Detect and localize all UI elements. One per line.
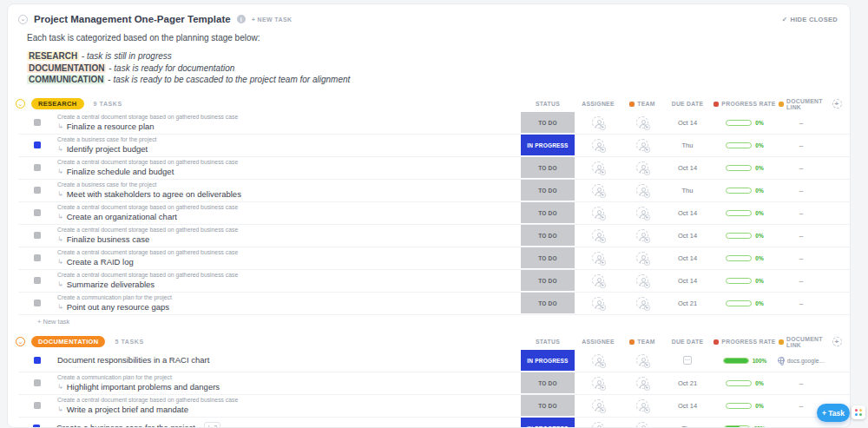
assignee-avatar-icon[interactable]: + [592,184,604,196]
due-date-cell[interactable]: Oct 14 [664,202,711,224]
column-header-assignee[interactable]: ASSIGNEE [575,101,621,107]
task-name[interactable]: Identify project budget [67,144,148,155]
task-name[interactable]: Write a project brief and mandate [67,405,188,415]
column-header-document-link[interactable]: DOCUMENT LINK [779,98,824,110]
team-avatar-icon[interactable]: + [636,297,648,309]
document-link-cell[interactable]: – [779,293,824,314]
due-date-cell[interactable]: Oct 14 [664,270,711,292]
assignee-avatar-icon[interactable]: + [592,399,604,412]
task-checkbox[interactable] [34,232,41,239]
team-avatar-icon[interactable]: + [636,116,648,128]
task-checkbox[interactable] [34,187,41,194]
team-avatar-icon[interactable]: + [636,229,648,241]
due-date-cell[interactable]: Oct 21 [664,293,711,314]
add-column-icon[interactable]: + [832,99,842,109]
due-date-cell[interactable]: Oct 14 [664,247,711,269]
status-badge[interactable]: TO DO [521,372,575,393]
task-checkbox[interactable] [34,300,41,306]
app-grid-icon[interactable] [852,405,865,419]
assignee-avatar-icon[interactable]: + [592,274,604,286]
status-badge[interactable]: TO DO [521,112,575,133]
due-date-cell[interactable]: Oct 14 [664,112,711,134]
assignee-avatar-icon[interactable]: + [592,116,604,128]
progress-rate-cell[interactable]: 0% [711,225,779,247]
subtask-count-badge[interactable]: ↳3 [204,422,220,428]
document-link-cell[interactable]: – [779,247,824,269]
status-badge[interactable]: IN PROGRESS [521,418,575,428]
add-task-fab-button[interactable]: + Task [817,404,850,422]
expand-icon[interactable]: › [26,425,33,428]
team-avatar-icon[interactable]: + [636,422,648,428]
due-date-cell[interactable] [664,350,711,372]
task-checkbox[interactable] [34,277,41,284]
status-badge[interactable]: TO DO [521,180,575,201]
progress-rate-cell[interactable]: 0% [711,247,779,269]
column-header-assignee[interactable]: ASSIGNEE [575,339,621,345]
column-header-team[interactable]: TEAM [621,339,664,345]
task-checkbox[interactable] [34,402,41,409]
task-name[interactable]: Create a RAID log [67,257,134,267]
group-status-badge[interactable]: DOCUMENTATION [31,336,105,347]
task-checkbox[interactable] [34,209,41,216]
group-collapse-icon[interactable]: ⌄ [16,99,25,109]
task-name[interactable]: Summarize deliverables [67,280,155,290]
add-column-icon[interactable]: + [832,337,842,346]
team-avatar-icon[interactable]: + [636,377,648,389]
team-avatar-icon[interactable]: + [636,354,648,366]
task-name[interactable]: Highlight important problems and dangers [67,382,220,392]
task-checkbox[interactable] [33,425,40,428]
task-name[interactable]: Finalize business case [67,234,150,245]
progress-rate-cell[interactable]: 0% [711,270,779,292]
status-badge[interactable]: TO DO [521,270,575,291]
task-checkbox[interactable] [34,164,41,171]
status-badge[interactable]: IN PROGRESS [521,135,575,155]
team-avatar-icon[interactable]: + [636,252,648,264]
column-header-status[interactable]: STATUS [520,339,575,345]
collapse-list-icon[interactable]: ⌄ [18,15,28,24]
due-date-cell[interactable]: Thu [664,418,711,428]
column-header-status[interactable]: STATUS [520,101,575,107]
task-name[interactable]: Document responsibilities in a RACI char… [57,355,209,365]
team-avatar-icon[interactable]: + [636,274,648,286]
progress-rate-cell[interactable]: 0% [711,395,779,417]
task-checkbox[interactable] [34,119,41,126]
column-header-progress-rate[interactable]: PROGRESS RATE [711,339,779,345]
document-link-cell[interactable]: docs.google… [779,350,824,372]
status-badge[interactable]: TO DO [521,225,575,246]
status-badge[interactable]: TO DO [521,293,575,313]
new-task-top-button[interactable]: + NEW TASK [252,16,293,23]
due-date-cell[interactable]: Thu [664,180,711,201]
task-name[interactable]: Create a business case for the project [56,423,195,428]
progress-rate-cell[interactable]: 0% [711,202,779,224]
assignee-avatar-icon[interactable]: + [592,207,604,219]
assignee-avatar-icon[interactable]: + [592,422,604,428]
status-badge[interactable]: TO DO [521,247,575,268]
task-name[interactable]: Finalize schedule and budget [67,167,174,177]
document-link-cell[interactable]: – [779,372,824,394]
progress-rate-cell[interactable]: 0% [711,135,779,156]
progress-rate-cell[interactable]: 0% [711,372,779,394]
progress-rate-cell[interactable]: 0% [711,293,779,314]
task-name[interactable]: Point out any resource gaps [67,302,169,313]
team-avatar-icon[interactable]: + [636,139,648,151]
info-icon[interactable]: i [237,15,246,23]
team-avatar-icon[interactable]: + [636,184,648,196]
assignee-avatar-icon[interactable]: + [592,161,604,174]
task-checkbox[interactable] [34,357,41,364]
progress-rate-cell[interactable]: 63% [711,418,779,428]
column-header-due-date[interactable]: DUE DATE [664,339,711,345]
assignee-avatar-icon[interactable]: + [592,297,604,309]
status-badge[interactable]: TO DO [521,157,575,178]
column-header-due-date[interactable]: DUE DATE [664,101,711,107]
team-avatar-icon[interactable]: + [636,161,648,174]
task-name[interactable]: Finalize a resource plan [67,122,155,132]
due-date-cell[interactable]: Oct 14 [664,225,711,247]
status-badge[interactable]: IN PROGRESS [521,350,575,371]
document-link-cell[interactable]: – [779,157,824,179]
assignee-avatar-icon[interactable]: + [592,229,604,241]
due-date-cell[interactable]: Oct 14 [664,157,711,179]
task-checkbox[interactable] [34,379,41,386]
document-link-cell[interactable]: – [779,418,824,428]
task-name[interactable]: Create an organizational chart [67,212,177,222]
document-link-cell[interactable]: – [779,135,824,156]
